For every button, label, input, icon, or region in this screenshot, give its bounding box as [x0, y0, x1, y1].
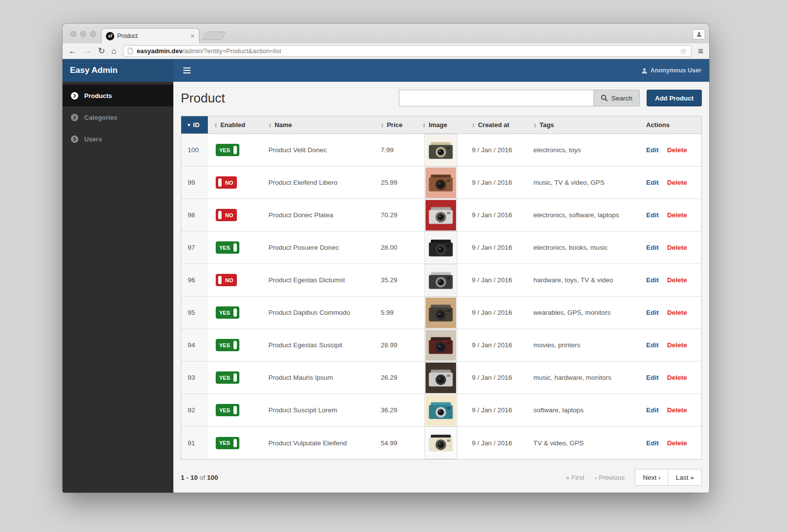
table-row[interactable]: 95 YES Product Dapibus Commodo 5.99 — [181, 297, 701, 329]
table-row[interactable]: 94 YES Product Egestas Suscipit 28.99 — [181, 329, 701, 362]
address-bar[interactable]: easyadmin.dev/admin/?entity=Product&acti… — [123, 45, 691, 57]
column-header-actions: Actions — [640, 116, 701, 133]
home-icon[interactable]: ⌂ — [111, 47, 116, 55]
product-image — [425, 297, 457, 329]
edit-link[interactable]: Edit — [646, 309, 659, 316]
edit-link[interactable]: Edit — [646, 406, 659, 414]
previous-page-link[interactable]: ‹ Previous — [594, 474, 624, 481]
browser-tab[interactable]: sf Product × — [101, 28, 199, 43]
cell-enabled: NO — [208, 274, 262, 286]
table-row[interactable]: 97 YES Product Posuere Donec 28.00 — [181, 232, 701, 264]
table-row[interactable]: 91 YES Product Vulputate Eleifend 54.99 — [181, 427, 701, 459]
reload-icon[interactable]: ↻ — [98, 47, 105, 55]
url-text: easyadmin.dev/admin/?entity=Product&acti… — [137, 47, 281, 55]
edit-link[interactable]: Edit — [646, 374, 659, 381]
sidebar-item-categories[interactable]: Categories — [63, 106, 173, 128]
toggle-pill — [233, 243, 237, 252]
browser-menu-icon[interactable]: ≡ — [698, 46, 703, 56]
search-input[interactable] — [399, 90, 594, 106]
back-icon[interactable]: ← — [68, 47, 77, 55]
enabled-toggle[interactable]: YES — [216, 306, 239, 319]
cell-name: Product Donec Platea — [262, 211, 374, 219]
edit-link[interactable]: Edit — [646, 211, 659, 219]
table-row[interactable]: 92 YES Product Suscipit Lorem 36.29 — [181, 394, 701, 427]
delete-link[interactable]: Delete — [667, 179, 688, 186]
enabled-toggle[interactable]: NO — [216, 209, 237, 221]
cell-name: Product Dapibus Commodo — [262, 309, 374, 316]
delete-link[interactable]: Delete — [667, 211, 688, 219]
edit-link[interactable]: Edit — [646, 244, 659, 251]
edit-link[interactable]: Edit — [646, 439, 659, 447]
browser-profile-button[interactable] — [692, 29, 705, 39]
cell-created-at: 9 / Jan / 2016 — [465, 244, 527, 251]
delete-link[interactable]: Delete — [667, 341, 688, 349]
delete-link[interactable]: Delete — [667, 244, 688, 251]
first-page-link[interactable]: « First — [566, 474, 585, 481]
tab-close-icon[interactable]: × — [191, 33, 195, 39]
column-header-name[interactable]: ▲▼Name — [262, 116, 374, 133]
enabled-toggle[interactable]: YES — [216, 241, 239, 254]
browser-window: sf Product × ← → ↻ ⌂ easyadmin.dev/admin… — [63, 24, 709, 493]
delete-link[interactable]: Delete — [667, 146, 688, 154]
cell-image — [416, 362, 465, 394]
column-header-tags[interactable]: ▲▼Tags — [527, 116, 640, 133]
column-label: Image — [428, 121, 447, 129]
user-menu[interactable]: Anonymous User — [641, 67, 702, 74]
column-header-enabled[interactable]: ▲▼Enabled — [208, 116, 262, 133]
content-topbar: Product Search Add Product — [181, 90, 702, 106]
delete-link[interactable]: Delete — [667, 276, 688, 284]
bookmark-star-icon[interactable]: ☆ — [680, 47, 687, 55]
forward-icon[interactable]: → — [83, 47, 92, 55]
cell-name: Product Vulputate Eleifend — [262, 439, 374, 447]
cell-id: 99 — [181, 166, 208, 199]
sidebar-item-products[interactable]: Products — [63, 85, 173, 106]
edit-link[interactable]: Edit — [646, 276, 659, 284]
app-header-bar: Anonymous User — [173, 59, 709, 82]
sidebar-toggle-icon[interactable] — [183, 66, 191, 75]
table-row[interactable]: 99 NO Product Eleifend Libero 25.99 — [181, 166, 701, 199]
enabled-toggle[interactable]: YES — [216, 437, 239, 449]
column-header-price[interactable]: ▲▼Price — [374, 116, 416, 133]
main-content: Product Search Add Product ▾ID▲▼Enabled▲… — [173, 82, 709, 493]
delete-link[interactable]: Delete — [667, 406, 688, 414]
enabled-toggle[interactable]: YES — [216, 404, 239, 416]
enabled-toggle[interactable]: YES — [216, 339, 239, 351]
toggle-pill — [233, 341, 237, 349]
last-page-button[interactable]: Last » — [668, 469, 702, 486]
list-controls: Search Add Product — [399, 90, 702, 106]
toggle-pill — [233, 406, 237, 414]
new-tab-button[interactable] — [202, 32, 226, 40]
enabled-toggle[interactable]: YES — [216, 144, 239, 156]
add-product-button[interactable]: Add Product — [647, 90, 702, 106]
delete-link[interactable]: Delete — [667, 439, 688, 447]
next-page-button[interactable]: Next › — [635, 469, 668, 486]
table-row[interactable]: 96 NO Product Egestas Dictumst 35.29 — [181, 264, 701, 297]
table-row[interactable]: 93 YES Product Mauris Ipsum 26.29 — [181, 362, 701, 394]
enabled-toggle[interactable]: NO — [216, 274, 237, 286]
delete-link[interactable]: Delete — [667, 374, 688, 381]
maximize-window-button[interactable] — [90, 31, 96, 37]
column-label: Name — [274, 121, 292, 129]
enabled-label: YES — [218, 440, 231, 446]
delete-link[interactable]: Delete — [667, 309, 688, 316]
minimize-window-button[interactable] — [80, 31, 86, 37]
column-label: Enabled — [220, 121, 245, 129]
close-window-button[interactable] — [70, 31, 76, 37]
cell-price: 5.99 — [374, 309, 416, 316]
enabled-toggle[interactable]: NO — [216, 176, 237, 189]
table-row[interactable]: 100 YES Product Velit Donec 7.99 — [181, 134, 701, 166]
edit-link[interactable]: Edit — [646, 341, 659, 349]
search-button[interactable]: Search — [594, 90, 640, 106]
column-header-id[interactable]: ▾ID — [181, 116, 208, 133]
table-row[interactable]: 98 NO Product Donec Platea 70.29 — [181, 199, 701, 232]
edit-link[interactable]: Edit — [646, 179, 659, 186]
column-header-image[interactable]: ▲▼Image — [416, 116, 465, 133]
cell-enabled: YES — [208, 306, 262, 319]
cell-price: 25.99 — [374, 179, 416, 186]
edit-link[interactable]: Edit — [646, 146, 659, 154]
brand-title[interactable]: Easy Admin — [63, 59, 173, 82]
cell-enabled: NO — [208, 176, 262, 189]
column-header-created-at[interactable]: ▲▼Created at — [465, 116, 527, 133]
sidebar-item-users[interactable]: Users — [63, 128, 173, 150]
enabled-toggle[interactable]: YES — [216, 371, 239, 384]
